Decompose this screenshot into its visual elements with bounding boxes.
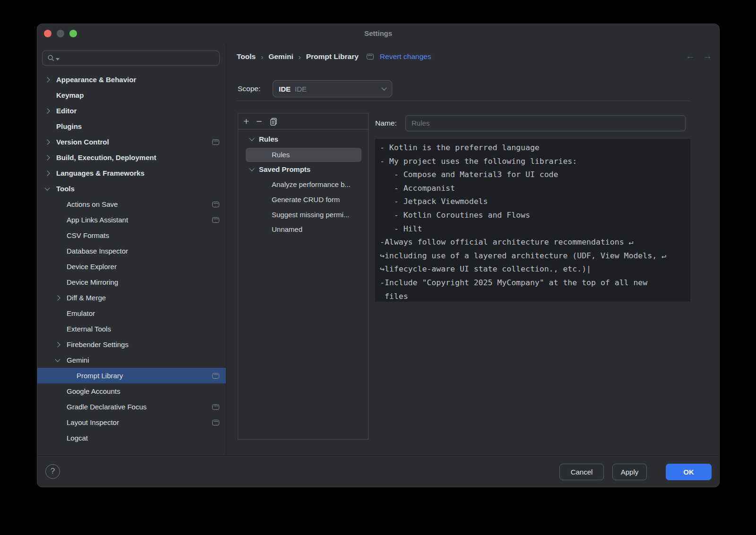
sidebar-item-database-inspector[interactable]: Database Inspector — [37, 243, 226, 259]
chevron-down-icon — [381, 85, 387, 90]
editor-line: -Include "Copyright 2025 MyCompany" at t… — [380, 276, 686, 290]
sidebar-item-csv-formats[interactable]: CSV Formats — [37, 228, 226, 243]
sidebar-item-languages-frameworks[interactable]: Languages & Frameworks — [37, 165, 226, 181]
ide-settings-icon — [212, 139, 219, 145]
sidebar-item-tools[interactable]: Tools — [37, 181, 226, 196]
sidebar-item-app-links-assistant[interactable]: App Links Assistant — [37, 212, 226, 228]
sidebar-item-appearance-behavior[interactable]: Appearance & Behavior — [37, 72, 226, 87]
editor-line: - Compose and Material3 for UI code — [380, 168, 686, 182]
chevron-right-icon[interactable] — [55, 342, 60, 347]
sidebar-item-keymap[interactable]: Keymap — [37, 87, 226, 103]
settings-dialog: Settings Appearance & Behavior Keymap Ed… — [37, 24, 720, 487]
sidebar-item-layout-inspector[interactable]: Layout Inspector — [37, 415, 226, 430]
editor-line: - Jetpack Viewmodels — [380, 195, 686, 209]
breadcrumb-prompt-library: Prompt Library — [306, 52, 359, 61]
window-title: Settings — [37, 28, 719, 39]
search-icon — [47, 54, 55, 62]
add-prompt-button[interactable]: + — [243, 116, 249, 126]
sidebar-item-editor[interactable]: Editor — [37, 103, 226, 119]
scope-dropdown[interactable]: IDE IDE — [273, 80, 392, 97]
editor-line: - Hilt — [380, 222, 686, 236]
back-arrow-icon[interactable]: ← — [686, 51, 695, 61]
settings-search-input[interactable] — [42, 51, 220, 66]
name-label: Name: — [375, 115, 397, 131]
scope-label: Scope: — [238, 80, 260, 97]
chevron-right-icon[interactable] — [44, 77, 50, 82]
cancel-button[interactable]: Cancel — [559, 464, 604, 480]
prompt-name-input[interactable]: Rules — [405, 115, 686, 131]
remove-prompt-button[interactable]: − — [256, 116, 262, 126]
forward-arrow-icon[interactable]: → — [703, 51, 712, 61]
sidebar-item-actions-on-save[interactable]: Actions on Save — [37, 196, 226, 212]
ide-settings-icon — [212, 420, 219, 425]
chevron-right-icon[interactable] — [44, 139, 50, 144]
prompt-text-editor[interactable]: - Kotlin is the preferred language - My … — [375, 139, 690, 302]
scope-badge: IDE — [279, 85, 291, 93]
chevron-down-icon[interactable] — [249, 166, 254, 171]
sidebar-item-emulator[interactable]: Emulator — [37, 306, 226, 321]
help-button[interactable]: ? — [45, 464, 60, 479]
sidebar-item-google-accounts[interactable]: Google Accounts — [37, 383, 226, 399]
breadcrumb-gemini[interactable]: Gemini — [268, 52, 293, 61]
apply-button[interactable]: Apply — [612, 464, 647, 480]
editor-line: - Kotlin is the preferred language — [380, 141, 686, 155]
tree-item-unnamed[interactable]: Unnamed — [238, 222, 368, 237]
editor-line: - My project uses the following librarie… — [380, 155, 686, 169]
sidebar-item-gemini[interactable]: Gemini — [37, 352, 226, 368]
editor-line: - Accompanist — [380, 182, 686, 195]
duplicate-prompt-icon[interactable] — [269, 117, 278, 126]
header-separator — [237, 101, 690, 101]
prompt-list-panel: + − Rules Rules Saved Prompts Analyze pe… — [238, 113, 369, 440]
sidebar-item-logcat[interactable]: Logcat — [37, 430, 226, 446]
tree-group-rules[interactable]: Rules — [238, 132, 368, 146]
editor-line: ↪lifecycle-aware UI state collection., e… — [380, 263, 686, 276]
chevron-right-icon[interactable] — [44, 108, 50, 113]
chevron-right-icon[interactable] — [44, 170, 50, 176]
breadcrumb: Tools › Gemini › Prompt Library Revert c… — [237, 49, 431, 64]
revert-changes-link[interactable]: Revert changes — [380, 52, 431, 61]
breadcrumb-separator: › — [299, 53, 301, 61]
ide-settings-icon — [212, 404, 219, 410]
chevron-down-icon[interactable] — [249, 136, 254, 141]
tree-group-saved-prompts[interactable]: Saved Prompts — [238, 162, 368, 177]
sidebar-item-device-explorer[interactable]: Device Explorer — [37, 259, 226, 274]
ide-settings-icon — [212, 217, 219, 223]
chevron-right-icon[interactable] — [55, 295, 60, 300]
scope-value: IDE — [295, 85, 307, 93]
ide-settings-icon — [212, 373, 219, 379]
sidebar-item-external-tools[interactable]: External Tools — [37, 321, 226, 337]
tree-item-suggest-missing-permissions[interactable]: Suggest missing permi... — [238, 208, 368, 222]
sidebar-item-prompt-library[interactable]: Prompt Library — [37, 368, 226, 383]
search-history-chevron-icon[interactable] — [56, 58, 60, 60]
editor-line: files — [380, 290, 686, 304]
footer-divider — [37, 455, 719, 456]
ide-settings-icon — [367, 54, 374, 59]
sidebar-item-diff-merge[interactable]: Diff & Merge — [37, 290, 226, 306]
tree-item-rules-selected[interactable]: Rules — [246, 148, 361, 162]
tree-item-analyze-performance[interactable]: Analyze performance b... — [238, 178, 368, 192]
chevron-down-icon[interactable] — [44, 185, 50, 190]
chevron-down-icon[interactable] — [55, 357, 60, 362]
sidebar-item-device-mirroring[interactable]: Device Mirroring — [37, 274, 226, 290]
tree-item-generate-crud-form[interactable]: Generate CRUD form — [238, 193, 368, 207]
sidebar-item-version-control[interactable]: Version Control — [37, 134, 226, 150]
editor-line: - Kotlin Coroutines and Flows — [380, 209, 686, 222]
sidebar-divider — [226, 43, 226, 455]
ide-settings-icon — [212, 202, 219, 207]
editor-line: -Always follow official architecture rec… — [380, 236, 686, 249]
editor-line: ↪including use of a layered architecture… — [380, 249, 686, 263]
sidebar-item-firebender-settings[interactable]: Firebender Settings — [37, 337, 226, 352]
breadcrumb-tools[interactable]: Tools — [237, 52, 256, 61]
sidebar-item-plugins[interactable]: Plugins — [37, 119, 226, 134]
prompt-list-toolbar: + − — [238, 113, 368, 129]
breadcrumb-separator: › — [261, 53, 263, 61]
sidebar-item-build-execution-deployment[interactable]: Build, Execution, Deployment — [37, 150, 226, 165]
sidebar-item-gradle-declarative-focus[interactable]: Gradle Declarative Focus — [37, 399, 226, 415]
ok-button[interactable]: OK — [666, 464, 712, 480]
chevron-right-icon[interactable] — [44, 155, 50, 160]
